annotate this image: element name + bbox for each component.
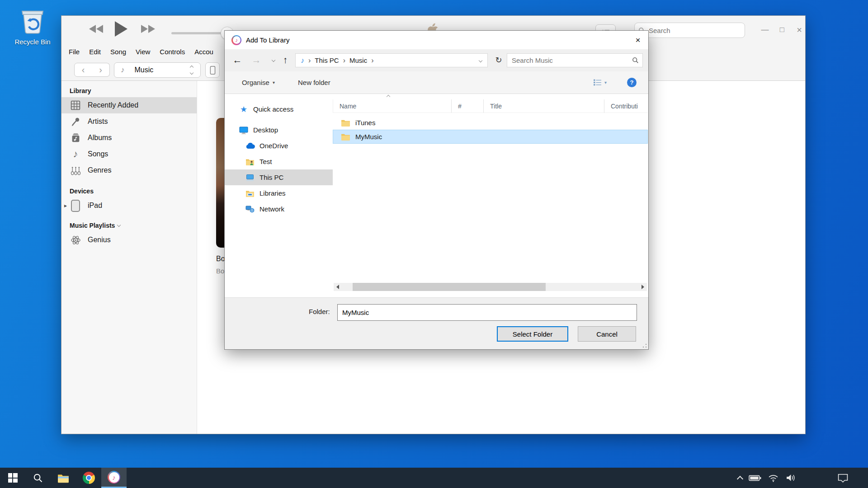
menu-edit[interactable]: Edit <box>89 48 101 56</box>
sidebar-item-recently-added[interactable]: Recently Added <box>61 97 197 113</box>
sidebar-item-ipad[interactable]: ▸ iPad <box>61 197 197 214</box>
scroll-right-button[interactable] <box>639 283 647 291</box>
address-bar[interactable]: ♪ › This PC › Music › <box>295 53 488 67</box>
file-row-mymusic[interactable]: MyMusic <box>333 130 648 144</box>
fast-forward-icon <box>141 25 148 33</box>
taskbar-itunes[interactable]: ♪ <box>101 468 127 488</box>
itunes-sidebar: Library Recently Added Artists Albums ♪ … <box>61 81 197 434</box>
star-icon: ★ <box>238 104 249 114</box>
breadcrumb-this-pc[interactable]: This PC <box>315 56 339 64</box>
menu-account[interactable]: Accou <box>194 48 213 56</box>
fast-forward-button[interactable] <box>141 25 155 33</box>
rewind-button[interactable] <box>89 25 103 33</box>
itunes-search-input[interactable] <box>648 26 726 35</box>
library-selector[interactable]: ♪ Music <box>114 62 201 78</box>
sidebar-item-onedrive[interactable]: OneDrive <box>225 138 333 154</box>
sidebar-item-network[interactable]: Network <box>225 201 333 217</box>
itunes-maximize-button[interactable]: □ <box>775 23 789 37</box>
menu-song[interactable]: Song <box>110 48 126 56</box>
sidebar-item-genius[interactable]: Genius <box>61 232 197 248</box>
nav-up-button[interactable]: ↑ <box>279 54 292 66</box>
column-header-number[interactable]: # <box>451 99 483 113</box>
sidebar-item-this-pc[interactable]: This PC <box>225 169 333 185</box>
sidebar-item-albums[interactable]: Albums <box>61 130 197 146</box>
column-header-contributing[interactable]: Contributi <box>604 99 648 113</box>
taskbar-file-explorer[interactable] <box>51 468 76 488</box>
organise-menu-button[interactable]: Organise ▾ <box>242 71 275 94</box>
scrollbar-track[interactable] <box>342 283 639 291</box>
chevron-down-icon[interactable] <box>117 223 121 226</box>
sidebar-item-libraries[interactable]: Libraries <box>225 185 333 201</box>
sidebar-item-label: Songs <box>88 150 108 158</box>
dropdown-caret-icon: ▾ <box>604 80 607 85</box>
dialog-search-input[interactable] <box>511 56 632 65</box>
nav-recent-dropdown[interactable] <box>267 54 280 66</box>
itunes-close-button[interactable]: × <box>792 23 807 37</box>
sidebar-item-songs[interactable]: ♪ Songs <box>61 146 197 162</box>
folder-name-input[interactable] <box>338 309 637 316</box>
start-button[interactable] <box>0 468 25 488</box>
dialog-close-button[interactable]: × <box>627 31 648 49</box>
scroll-left-button[interactable] <box>334 283 342 291</box>
nav-forward-button[interactable]: → <box>250 54 263 66</box>
play-icon <box>115 21 127 37</box>
taskbar-chrome[interactable] <box>76 468 101 488</box>
cancel-button[interactable]: Cancel <box>578 326 636 342</box>
sidebar-item-artists[interactable]: Artists <box>61 113 197 130</box>
rewind-icon <box>89 25 96 33</box>
recycle-bin-shortcut[interactable]: Recycle Bin <box>12 6 53 46</box>
folder-label: Folder: <box>309 308 330 315</box>
forward-arrow-icon: → <box>252 55 261 66</box>
address-dropdown-icon[interactable] <box>479 59 482 62</box>
atom-icon <box>69 235 82 245</box>
new-folder-button[interactable]: New folder <box>298 71 330 94</box>
itunes-back-button[interactable]: ‹ <box>74 63 92 77</box>
itunes-forward-button[interactable]: › <box>92 63 110 77</box>
volume-slider-track[interactable] <box>171 32 227 34</box>
sidebar-item-label: Test <box>259 158 272 165</box>
libraries-icon <box>245 190 255 197</box>
nav-back-button[interactable]: ← <box>231 54 244 66</box>
taskbar: ♪ <box>0 468 868 488</box>
change-view-button[interactable]: ▾ <box>593 71 607 94</box>
battery-icon[interactable] <box>749 474 761 482</box>
breadcrumb-music[interactable]: Music <box>349 56 367 64</box>
wifi-icon[interactable] <box>768 474 779 482</box>
sidebar-item-desktop[interactable]: Desktop <box>225 122 333 138</box>
volume-icon[interactable] <box>785 474 797 482</box>
album-title[interactable]: Bo <box>216 255 225 263</box>
column-header-title[interactable]: Title <box>483 99 604 113</box>
resize-grip[interactable] <box>642 343 647 348</box>
itunes-minimize-button[interactable]: — <box>758 23 772 37</box>
expander-icon[interactable]: ▸ <box>64 202 67 209</box>
tray-expand-icon[interactable] <box>737 475 743 482</box>
device-button[interactable] <box>205 62 220 78</box>
itunes-search-box[interactable] <box>634 23 745 38</box>
folder-name-field[interactable] <box>337 304 637 321</box>
column-header-name[interactable]: Name <box>333 99 451 113</box>
taskbar-search-button[interactable] <box>25 468 51 488</box>
sidebar-item-test[interactable]: Test <box>225 154 333 169</box>
sidebar-item-label: OneDrive <box>259 142 288 150</box>
horizontal-scrollbar[interactable] <box>334 283 647 291</box>
triangle-left-icon <box>336 285 339 289</box>
scrollbar-thumb[interactable] <box>353 283 546 291</box>
action-center-button[interactable] <box>837 468 849 488</box>
album-artist[interactable]: Bo <box>216 267 224 275</box>
itunes-app-icon: ♪ <box>231 35 241 45</box>
dialog-search-box[interactable] <box>507 53 643 67</box>
play-button[interactable] <box>115 21 127 38</box>
menu-view[interactable]: View <box>136 48 150 56</box>
sort-ascending-icon <box>387 95 390 99</box>
sidebar-item-quick-access[interactable]: ★ Quick access <box>225 101 333 117</box>
select-folder-button[interactable]: Select Folder <box>497 326 568 342</box>
menu-controls[interactable]: Controls <box>160 48 185 56</box>
help-button[interactable]: ? <box>627 71 637 94</box>
sidebar-item-genres[interactable]: Genres <box>61 162 197 178</box>
add-to-library-dialog: ♪ Add To Library × ← → ↑ ♪ › This PC › M… <box>224 30 649 350</box>
ipad-icon <box>69 200 82 212</box>
file-row-itunes[interactable]: iTunes <box>333 116 648 130</box>
menu-file[interactable]: File <box>69 48 80 56</box>
refresh-button[interactable]: ↻ <box>492 54 505 66</box>
dialog-titlebar[interactable]: ♪ Add To Library × <box>225 31 648 49</box>
